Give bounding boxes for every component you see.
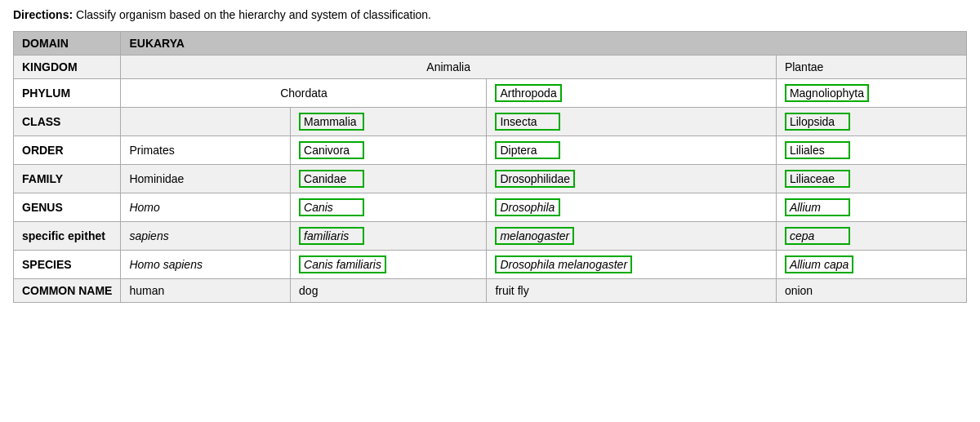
cell-common-name-1: dog bbox=[291, 279, 487, 303]
cell-class-lilopsida: Lilopsida bbox=[776, 108, 966, 136]
cell-species-1: Canis familiaris bbox=[291, 251, 487, 279]
cell-specific-epithet-1: familiaris bbox=[291, 222, 487, 251]
cell-phylum-chordata: Chordata bbox=[121, 79, 487, 108]
cell-kingdom-animalia: Animalia bbox=[121, 56, 776, 79]
cell-family-0: Hominidae bbox=[121, 165, 291, 193]
cell-family-3: Liliaceae bbox=[776, 165, 966, 193]
cell-species-3: Allium capa bbox=[776, 251, 966, 279]
cell-class-insecta: Insecta bbox=[487, 108, 776, 136]
cell-kingdom-plantae: Plantae bbox=[776, 56, 966, 79]
cell-order-2: Diptera bbox=[487, 136, 776, 165]
directions-label: Directions: bbox=[13, 8, 73, 21]
row-label-kingdom: KINGDOM bbox=[14, 56, 121, 79]
cell-genus-2: Drosophila bbox=[487, 193, 776, 222]
cell-order-1: Canivora bbox=[291, 136, 487, 165]
cell-common-name-3: onion bbox=[776, 279, 966, 303]
cell-order-0: Primates bbox=[121, 136, 291, 165]
row-label-class: CLASS bbox=[14, 108, 121, 136]
cell-specific-epithet-3: cepa bbox=[776, 222, 966, 251]
row-label-domain: DOMAIN bbox=[14, 32, 121, 56]
directions-body: Classify organism based on the hierarchy… bbox=[76, 8, 431, 21]
cell-genus-0: Homo bbox=[121, 193, 291, 222]
cell-domain-eukarya: EUKARYA bbox=[121, 32, 967, 56]
cell-common-name-0: human bbox=[121, 279, 291, 303]
row-label-order: ORDER bbox=[14, 136, 121, 165]
cell-class-mammalia: Mammalia bbox=[291, 108, 487, 136]
row-label-species: SPECIES bbox=[14, 251, 121, 279]
cell-genus-1: Canis bbox=[291, 193, 487, 222]
classification-table: DOMAINEUKARYAKINGDOMAnimaliaPlantaePHYLU… bbox=[13, 31, 967, 303]
cell-order-3: Liliales bbox=[776, 136, 966, 165]
cell-class-empty bbox=[121, 108, 291, 136]
row-label-common-name: COMMON NAME bbox=[14, 279, 121, 303]
row-label-family: FAMILY bbox=[14, 165, 121, 193]
row-label-genus: GENUS bbox=[14, 193, 121, 222]
cell-common-name-2: fruit fly bbox=[487, 279, 776, 303]
row-label-phylum: PHYLUM bbox=[14, 79, 121, 108]
row-label-specific-epithet: specific epithet bbox=[14, 222, 121, 251]
cell-phylum-magnoliophyta: Magnoliophyta bbox=[776, 79, 966, 108]
cell-species-0: Homo sapiens bbox=[121, 251, 291, 279]
cell-genus-3: Allium bbox=[776, 193, 966, 222]
directions-text: Directions: Classify organism based on t… bbox=[13, 8, 967, 21]
cell-phylum-arthropoda: Arthropoda bbox=[487, 79, 776, 108]
cell-family-2: Drosophilidae bbox=[487, 165, 776, 193]
cell-family-1: Canidae bbox=[291, 165, 487, 193]
cell-species-2: Drosophila melanogaster bbox=[487, 251, 776, 279]
cell-specific-epithet-2: melanogaster bbox=[487, 222, 776, 251]
cell-specific-epithet-0: sapiens bbox=[121, 222, 291, 251]
